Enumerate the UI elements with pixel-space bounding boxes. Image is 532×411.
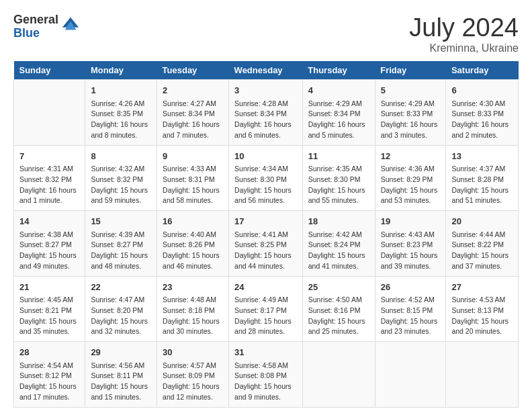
day-info: Sunrise: 4:47 AM Sunset: 8:20 PM Dayligh… bbox=[91, 295, 151, 337]
day-info: Sunrise: 4:49 AM Sunset: 8:17 PM Dayligh… bbox=[234, 295, 297, 337]
day-number: 26 bbox=[381, 281, 441, 294]
day-info: Sunrise: 4:34 AM Sunset: 8:30 PM Dayligh… bbox=[234, 164, 297, 206]
week-row-4: 28Sunrise: 4:54 AM Sunset: 8:12 PM Dayli… bbox=[14, 342, 519, 408]
day-info: Sunrise: 4:32 AM Sunset: 8:32 PM Dayligh… bbox=[91, 164, 151, 206]
header-wednesday: Wednesday bbox=[229, 61, 303, 80]
day-number: 21 bbox=[19, 281, 79, 294]
calendar-cell: 31Sunrise: 4:58 AM Sunset: 8:08 PM Dayli… bbox=[229, 342, 303, 408]
day-info: Sunrise: 4:38 AM Sunset: 8:27 PM Dayligh… bbox=[19, 230, 79, 272]
calendar-cell: 20Sunrise: 4:44 AM Sunset: 8:22 PM Dayli… bbox=[446, 211, 519, 277]
logo-general: General bbox=[13, 13, 58, 27]
day-number: 30 bbox=[163, 346, 223, 359]
calendar-cell: 29Sunrise: 4:56 AM Sunset: 8:11 PM Dayli… bbox=[85, 342, 157, 408]
day-info: Sunrise: 4:27 AM Sunset: 8:34 PM Dayligh… bbox=[163, 99, 223, 141]
calendar-cell: 27Sunrise: 4:53 AM Sunset: 8:13 PM Dayli… bbox=[446, 276, 519, 342]
day-number: 14 bbox=[19, 215, 79, 228]
calendar-cell: 24Sunrise: 4:49 AM Sunset: 8:17 PM Dayli… bbox=[229, 276, 303, 342]
week-row-3: 21Sunrise: 4:45 AM Sunset: 8:21 PM Dayli… bbox=[14, 276, 519, 342]
day-info: Sunrise: 4:56 AM Sunset: 8:11 PM Dayligh… bbox=[91, 361, 151, 403]
day-number: 31 bbox=[234, 346, 297, 359]
calendar-cell: 6Sunrise: 4:30 AM Sunset: 8:33 PM Daylig… bbox=[446, 80, 519, 146]
calendar-cell: 21Sunrise: 4:45 AM Sunset: 8:21 PM Dayli… bbox=[14, 276, 85, 342]
title-section: July 2024 Kreminna, Ukraine bbox=[409, 13, 519, 54]
calendar-cell: 28Sunrise: 4:54 AM Sunset: 8:12 PM Dayli… bbox=[14, 342, 85, 408]
day-number: 29 bbox=[91, 346, 151, 359]
day-number: 23 bbox=[163, 281, 223, 294]
calendar-cell: 10Sunrise: 4:34 AM Sunset: 8:30 PM Dayli… bbox=[229, 145, 303, 211]
day-number: 10 bbox=[234, 150, 297, 163]
day-info: Sunrise: 4:44 AM Sunset: 8:22 PM Dayligh… bbox=[451, 230, 513, 272]
day-info: Sunrise: 4:35 AM Sunset: 8:30 PM Dayligh… bbox=[308, 164, 369, 206]
calendar-cell: 8Sunrise: 4:32 AM Sunset: 8:32 PM Daylig… bbox=[85, 145, 157, 211]
header-sunday: Sunday bbox=[14, 61, 85, 80]
week-row-0: 1Sunrise: 4:26 AM Sunset: 8:35 PM Daylig… bbox=[14, 80, 519, 146]
day-number: 4 bbox=[308, 84, 369, 97]
day-info: Sunrise: 4:54 AM Sunset: 8:12 PM Dayligh… bbox=[19, 361, 79, 403]
day-number: 12 bbox=[381, 150, 441, 163]
day-number: 1 bbox=[91, 84, 151, 97]
calendar-table: SundayMondayTuesdayWednesdayThursdayFrid… bbox=[13, 61, 519, 408]
day-number: 24 bbox=[234, 281, 297, 294]
calendar-cell: 1Sunrise: 4:26 AM Sunset: 8:35 PM Daylig… bbox=[85, 80, 157, 146]
day-info: Sunrise: 4:29 AM Sunset: 8:33 PM Dayligh… bbox=[381, 99, 441, 141]
calendar-cell: 4Sunrise: 4:29 AM Sunset: 8:34 PM Daylig… bbox=[302, 80, 375, 146]
day-info: Sunrise: 4:36 AM Sunset: 8:29 PM Dayligh… bbox=[381, 164, 441, 206]
day-number: 9 bbox=[163, 150, 223, 163]
week-row-1: 7Sunrise: 4:31 AM Sunset: 8:32 PM Daylig… bbox=[14, 145, 519, 211]
day-number: 7 bbox=[19, 150, 79, 163]
day-info: Sunrise: 4:29 AM Sunset: 8:34 PM Dayligh… bbox=[308, 99, 369, 141]
day-info: Sunrise: 4:31 AM Sunset: 8:32 PM Dayligh… bbox=[19, 164, 79, 206]
calendar-cell bbox=[14, 80, 85, 146]
day-info: Sunrise: 4:26 AM Sunset: 8:35 PM Dayligh… bbox=[91, 99, 151, 141]
day-info: Sunrise: 4:37 AM Sunset: 8:28 PM Dayligh… bbox=[451, 164, 513, 206]
day-number: 2 bbox=[163, 84, 223, 97]
day-number: 5 bbox=[381, 84, 441, 97]
logo-blue: Blue bbox=[13, 27, 58, 40]
calendar-cell: 30Sunrise: 4:57 AM Sunset: 8:09 PM Dayli… bbox=[157, 342, 229, 408]
calendar-cell: 9Sunrise: 4:33 AM Sunset: 8:31 PM Daylig… bbox=[157, 145, 229, 211]
calendar-cell: 11Sunrise: 4:35 AM Sunset: 8:30 PM Dayli… bbox=[302, 145, 375, 211]
day-info: Sunrise: 4:33 AM Sunset: 8:31 PM Dayligh… bbox=[163, 164, 223, 206]
calendar-cell: 16Sunrise: 4:40 AM Sunset: 8:26 PM Dayli… bbox=[157, 211, 229, 277]
calendar-cell: 2Sunrise: 4:27 AM Sunset: 8:34 PM Daylig… bbox=[157, 80, 229, 146]
calendar-cell: 25Sunrise: 4:50 AM Sunset: 8:16 PM Dayli… bbox=[302, 276, 375, 342]
day-number: 25 bbox=[308, 281, 369, 294]
location: Kreminna, Ukraine bbox=[409, 42, 519, 54]
day-number: 19 bbox=[381, 215, 441, 228]
day-number: 15 bbox=[91, 215, 151, 228]
header-friday: Friday bbox=[375, 61, 446, 80]
day-info: Sunrise: 4:52 AM Sunset: 8:15 PM Dayligh… bbox=[381, 295, 441, 337]
calendar-cell bbox=[302, 342, 375, 408]
day-number: 28 bbox=[19, 346, 79, 359]
day-number: 16 bbox=[163, 215, 223, 228]
day-info: Sunrise: 4:50 AM Sunset: 8:16 PM Dayligh… bbox=[308, 295, 369, 337]
day-info: Sunrise: 4:39 AM Sunset: 8:27 PM Dayligh… bbox=[91, 230, 151, 272]
week-row-2: 14Sunrise: 4:38 AM Sunset: 8:27 PM Dayli… bbox=[14, 211, 519, 277]
calendar-cell: 12Sunrise: 4:36 AM Sunset: 8:29 PM Dayli… bbox=[375, 145, 446, 211]
header-saturday: Saturday bbox=[446, 61, 519, 80]
day-number: 27 bbox=[451, 281, 513, 294]
calendar-cell: 17Sunrise: 4:41 AM Sunset: 8:25 PM Dayli… bbox=[229, 211, 303, 277]
month-title: July 2024 bbox=[409, 13, 519, 42]
day-info: Sunrise: 4:30 AM Sunset: 8:33 PM Dayligh… bbox=[451, 99, 513, 141]
day-info: Sunrise: 4:28 AM Sunset: 8:34 PM Dayligh… bbox=[234, 99, 297, 141]
day-number: 17 bbox=[234, 215, 297, 228]
day-number: 8 bbox=[91, 150, 151, 163]
day-number: 20 bbox=[451, 215, 513, 228]
day-number: 18 bbox=[308, 215, 369, 228]
day-info: Sunrise: 4:53 AM Sunset: 8:13 PM Dayligh… bbox=[451, 295, 513, 337]
day-number: 11 bbox=[308, 150, 369, 163]
day-info: Sunrise: 4:43 AM Sunset: 8:23 PM Dayligh… bbox=[381, 230, 441, 272]
calendar-cell bbox=[446, 342, 519, 408]
day-info: Sunrise: 4:48 AM Sunset: 8:18 PM Dayligh… bbox=[163, 295, 223, 337]
calendar-cell: 13Sunrise: 4:37 AM Sunset: 8:28 PM Dayli… bbox=[446, 145, 519, 211]
day-info: Sunrise: 4:58 AM Sunset: 8:08 PM Dayligh… bbox=[234, 361, 297, 403]
day-number: 13 bbox=[451, 150, 513, 163]
day-number: 6 bbox=[451, 84, 513, 97]
calendar-header-row: SundayMondayTuesdayWednesdayThursdayFrid… bbox=[14, 61, 519, 80]
calendar-cell: 5Sunrise: 4:29 AM Sunset: 8:33 PM Daylig… bbox=[375, 80, 446, 146]
calendar-cell: 3Sunrise: 4:28 AM Sunset: 8:34 PM Daylig… bbox=[229, 80, 303, 146]
calendar-cell: 23Sunrise: 4:48 AM Sunset: 8:18 PM Dayli… bbox=[157, 276, 229, 342]
calendar-cell: 14Sunrise: 4:38 AM Sunset: 8:27 PM Dayli… bbox=[14, 211, 85, 277]
calendar-cell: 19Sunrise: 4:43 AM Sunset: 8:23 PM Dayli… bbox=[375, 211, 446, 277]
